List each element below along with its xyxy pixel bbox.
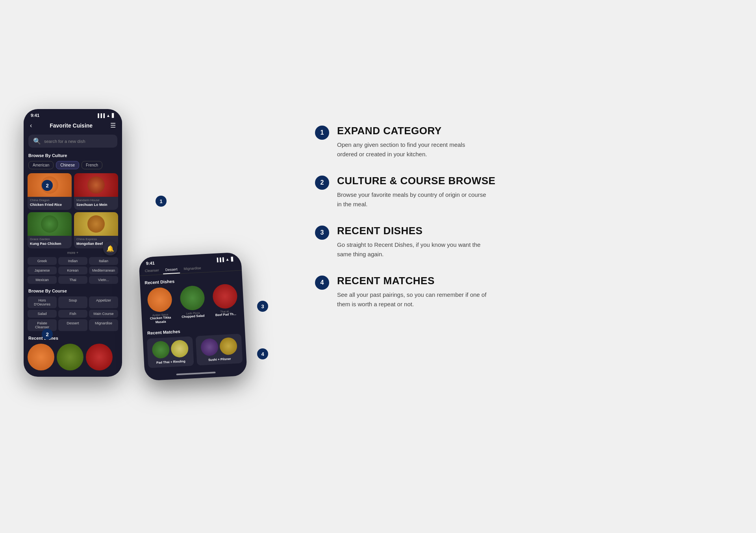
menu-icon[interactable]: ☰ [110, 122, 116, 129]
main-container: 2 2 1 3 4 9:41 ▐▐▐ ▲ ▋ [24, 109, 732, 424]
course-mignardise[interactable]: Mignardise [89, 319, 118, 331]
match-circles-1 [152, 340, 189, 359]
app-header: ‹ Favorite Cuisine ☰ [24, 119, 122, 133]
phone-1: 9:41 ▐▐▐ ▲ ▋ ‹ Favorite Cuisine ☰ 🔍 sear… [24, 109, 122, 377]
culture-thai[interactable]: Thai [58, 276, 87, 284]
badge-2b-label: 2 [46, 331, 48, 337]
feature-desc-2: Browse your favorite meals by country of… [337, 190, 487, 209]
phone2-wifi-icon: ▲ [225, 257, 229, 261]
feature-title-4: RECENT MATCHES [337, 275, 487, 287]
feature-badge-2: 2 [315, 176, 329, 190]
feature-2: 2 CULTURE & COURSE BROWSE Browse your fa… [315, 175, 709, 209]
culture-tabs: American Chinese French [24, 161, 122, 173]
course-grid: Hors D'Oeuvres Soup Appetizer Salad Fish… [24, 296, 122, 334]
feature-1: 1 EXPAND CATEGORY Open any given section… [315, 125, 709, 159]
feature-badge-1: 1 [315, 126, 329, 140]
battery-icon: ▋ [112, 113, 115, 118]
dish-restaurant-1: China Dragon [28, 197, 72, 202]
badge-4-label: 4 [261, 351, 264, 357]
course-main[interactable]: Main Course [89, 310, 118, 318]
tab-chinese[interactable]: Chinese [56, 161, 79, 169]
home-indicator [176, 372, 216, 375]
match-circles-2 [200, 337, 237, 356]
match-card-2[interactable]: Sushi + Pilsner [196, 333, 243, 365]
recent-thumb-2 [57, 344, 83, 370]
culture-mediterranean[interactable]: Mediterranean [89, 266, 118, 274]
course-hors[interactable]: Hors D'Oeuvres [28, 296, 57, 308]
feature-title-2: CULTURE & COURSE BROWSE [337, 175, 495, 187]
course-fish[interactable]: Fish [58, 310, 87, 318]
phone2-tab-cleanser[interactable]: Cleanser [142, 266, 161, 275]
badge-1-label: 1 [159, 198, 162, 204]
recent-dishes-row: Amber Spice Chicken Tikka Masala Ledo Pi… [140, 283, 245, 329]
wifi-icon: ▲ [106, 113, 110, 118]
tab-american[interactable]: American [28, 161, 54, 169]
dish-image-4 [74, 212, 118, 236]
recent-dish-3[interactable]: Thai at... Beef Pad Th... [209, 283, 241, 322]
feature-desc-4: See all your past pairings, so you can r… [337, 290, 487, 309]
search-bar[interactable]: 🔍 search for a new dish [28, 135, 117, 148]
annotation-badge-1: 1 [156, 196, 167, 207]
culture-mexican[interactable]: Mexican [28, 276, 57, 284]
feature-desc-1: Open any given section to find your rece… [337, 140, 487, 159]
search-icon: 🔍 [33, 137, 41, 145]
annotation-badge-3: 3 [257, 301, 268, 312]
phone2-status-icons: ▐▐▐ ▲ ▋ [215, 257, 234, 262]
culture-italian[interactable]: Italian [89, 257, 118, 265]
course-palate[interactable]: Palate Cleanser [28, 319, 57, 331]
recent-dish-2[interactable]: Ledo Pizza Chopped Salad [177, 285, 208, 324]
recent-dish-1[interactable]: Amber Spice Chicken Tikka Masala [144, 287, 176, 325]
feature-title-1: EXPAND CATEGORY [337, 125, 487, 137]
right-panel: 1 EXPAND CATEGORY Open any given section… [291, 109, 732, 325]
status-time: 9:41 [31, 113, 39, 118]
feature-4: 4 RECENT MATCHES See all your past pairi… [315, 275, 709, 309]
match-drink-circle-2 [219, 337, 237, 355]
culture-indian[interactable]: Indian [58, 257, 87, 265]
signal-icon: ▐▐▐ [96, 113, 105, 118]
annotation-badge-2a: 2 [42, 180, 53, 191]
recent-dish-name-1: Chicken Tikka Masala [146, 315, 176, 325]
recent-dish-circle-2 [179, 285, 205, 311]
tab-french[interactable]: French [82, 161, 102, 169]
culture-vietnamese[interactable]: Vietn... [89, 276, 118, 284]
dish-restaurant-3: Grace Garden [28, 236, 72, 241]
feature-title-3: RECENT DISHES [337, 225, 487, 237]
course-salad[interactable]: Salad [28, 310, 57, 318]
phone2-tab-mignardise[interactable]: Mignardise [181, 264, 204, 273]
culture-greek[interactable]: Greek [28, 257, 57, 265]
culture-korean[interactable]: Korean [58, 266, 87, 274]
dish-card-3[interactable]: Grace Garden Kung Pao Chicken [28, 212, 72, 249]
phone-2: 9:41 ▐▐▐ ▲ ▋ Cleanser Dessert Mignardise… [139, 252, 247, 381]
recent-matches-row: Pad Thai + Riesling Sushi + Pilsner [143, 333, 247, 372]
badge-2a-label: 2 [46, 183, 48, 189]
phones-container: 2 2 1 3 4 9:41 ▐▐▐ ▲ ▋ [24, 109, 268, 424]
dish-card-1[interactable]: China Dragon Chicken Fried Rice [28, 173, 72, 210]
recent-thumb-3 [86, 344, 113, 370]
search-placeholder: search for a new dish [44, 139, 85, 144]
course-appetizer[interactable]: Appetizer [89, 296, 118, 308]
culture-grid: Greek Indian Italian Japanese Korean Med… [24, 257, 122, 287]
section-recent-header: Recent Dishes [24, 334, 122, 344]
feature-desc-3: Go straight to Recent Dishes, if you kno… [337, 240, 487, 259]
match-name-1: Pad Thai + Riesling [156, 359, 185, 365]
feature-content-4: RECENT MATCHES See all your past pairing… [337, 275, 487, 309]
recent-thumb-1 [28, 344, 54, 370]
status-icons: ▐▐▐ ▲ ▋ [96, 113, 115, 118]
status-bar: 9:41 ▐▐▐ ▲ ▋ [24, 109, 122, 119]
dish-grid: China Dragon Chicken Fried Rice Mandarin… [24, 173, 122, 248]
recent-dish-circle-1 [147, 287, 172, 313]
dish-restaurant-2: Mandarin House [74, 197, 118, 202]
match-card-1[interactable]: Pad Thai + Riesling [147, 336, 194, 368]
feature-badge-3: 3 [315, 226, 329, 240]
feature-3: 3 RECENT DISHES Go straight to Recent Di… [315, 225, 709, 259]
badge-3-label: 3 [261, 304, 264, 309]
match-name-2: Sushi + Pilsner [208, 357, 231, 362]
course-soup[interactable]: Soup [58, 296, 87, 308]
recent-dish-circle-3 [212, 283, 237, 309]
phone2-tab-dessert[interactable]: Dessert [163, 266, 180, 274]
dish-card-2[interactable]: Mandarin House Szechuan Lo Mein [74, 173, 118, 210]
match-drink-circle-1 [170, 340, 189, 358]
culture-japanese[interactable]: Japanese [28, 266, 57, 274]
course-dessert[interactable]: Dessert [58, 319, 87, 331]
phone2-battery-icon: ▋ [231, 257, 234, 261]
